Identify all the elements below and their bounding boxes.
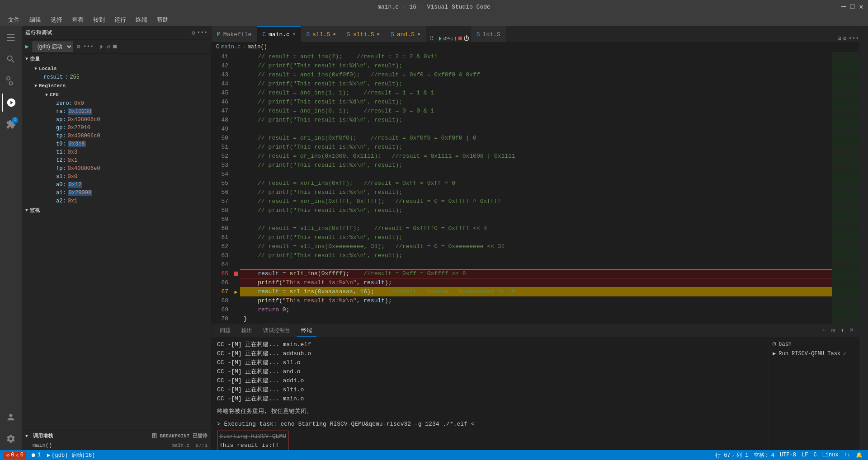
minimize-button[interactable]: —: [841, 3, 846, 11]
debug-tab-stepinto[interactable]: ↓: [450, 35, 454, 42]
breadcrumb-file[interactable]: C: [216, 44, 219, 50]
terminal-task-panel: ⊡ bash ▶ Run RISCV-QEMU Task ✓: [769, 338, 859, 450]
tab-ldi-s[interactable]: S ldi.S: [471, 26, 506, 42]
line-66: printf("This result is:%x\n", result);: [240, 278, 832, 287]
close-button[interactable]: ✕: [859, 2, 863, 11]
var-result: result : 255: [27, 73, 211, 81]
debug-restart-btn[interactable]: ↺: [107, 43, 110, 50]
line-56: // printf("This result is:%x\n", result)…: [240, 188, 832, 197]
tab-main-c[interactable]: C main.c ×: [257, 26, 301, 42]
breadcrumb-symbol[interactable]: main(): [248, 44, 267, 50]
tab-slti-s[interactable]: S slti.S ●: [341, 26, 385, 42]
status-encoding[interactable]: UTF-8: [778, 452, 798, 458]
variables-header[interactable]: ▼ 变量: [22, 54, 211, 64]
terminal-output[interactable]: CC -[M] 正在构建... main.elf CC -[M] 正在构建...…: [212, 338, 769, 450]
editor-more-icon[interactable]: •••: [849, 35, 859, 42]
debug-config-more[interactable]: •••: [83, 43, 94, 50]
terminal-close-btn[interactable]: ×: [848, 326, 855, 335]
debug-continue-btn[interactable]: ⏵: [99, 43, 105, 50]
debug-more-icon[interactable]: •••: [197, 29, 208, 36]
breadcrumb-file-icon: main.c: [221, 44, 241, 50]
watch-header[interactable]: ▼ 监视: [22, 205, 211, 216]
gutter: ▶: [232, 52, 240, 324]
terminal-toolbar: + ⊡ ⬆ ×: [820, 326, 855, 335]
cpu-header[interactable]: ▼ CPU: [33, 90, 211, 99]
breakpoint-dot-65: [234, 272, 238, 276]
activity-settings[interactable]: [2, 430, 20, 448]
status-bell[interactable]: 🔔: [854, 452, 864, 459]
maximize-button[interactable]: □: [850, 3, 855, 11]
tab-main-c-close[interactable]: ×: [292, 32, 296, 37]
registers-header[interactable]: ▼ Registers: [27, 81, 211, 90]
terminal-add-btn[interactable]: +: [820, 326, 827, 335]
code-container[interactable]: 41 42 43 44 45 46 47 48 49 50 51 52 53 5…: [212, 52, 832, 324]
debug-tab-stop[interactable]: ⏹: [458, 35, 463, 42]
call-stack-item-main[interactable]: main() main.c 67:1: [22, 441, 211, 450]
tab-and-s[interactable]: S and.S ●: [385, 26, 425, 42]
menu-help[interactable]: 帮助: [153, 15, 172, 25]
menu-select[interactable]: 选择: [47, 15, 66, 25]
terminal-split-btn[interactable]: ⊡: [830, 326, 837, 335]
debug-tab-stepover[interactable]: ↷: [447, 35, 450, 42]
activity-explorer[interactable]: [2, 28, 20, 47]
editor-gear-icon[interactable]: ⚙: [843, 35, 847, 42]
current-arrow-67: ▶: [232, 287, 240, 296]
status-spaces[interactable]: 空格: 4: [752, 451, 776, 459]
activity-extensions[interactable]: 1: [2, 115, 20, 133]
editor-split-icon[interactable]: ⊡: [838, 35, 841, 42]
activity-account[interactable]: [2, 408, 20, 426]
debug-tab-restart[interactable]: ↺: [443, 35, 447, 42]
debug-tab-stepout[interactable]: ↑: [454, 35, 458, 42]
debug-toolbar: ▶ (gdb) 启动 ⚙ ••• ⏵ ↺ ⏹: [22, 40, 211, 54]
terminal-tab-output[interactable]: 输出: [237, 325, 257, 336]
editor-terminal-split: 41 42 43 44 45 46 47 48 49 50 51 52 53 5…: [212, 52, 859, 450]
debug-gear-icon[interactable]: ⚙: [192, 29, 195, 37]
debug-tab-disconnect[interactable]: ⏻: [463, 35, 469, 42]
debug-tab-continue[interactable]: ⏵: [438, 35, 443, 42]
terminal-maximize-btn[interactable]: ⬆: [839, 326, 846, 335]
task-riscv-qemu[interactable]: ▶ Run RISCV-QEMU Task ✓: [773, 349, 855, 358]
tab-separator: ⠿: [429, 35, 434, 42]
terminal-tab-problems[interactable]: 问题: [215, 325, 235, 336]
menu-goto[interactable]: 转到: [90, 15, 108, 25]
status-error[interactable]: ⊘ 0 △ 0: [4, 452, 26, 459]
cpu-chevron: ▼: [45, 93, 48, 98]
activity-debug[interactable]: [2, 94, 20, 112]
terminal-tab-terminal[interactable]: 终端: [297, 325, 316, 337]
tab-sll-s-close[interactable]: ●: [333, 32, 336, 37]
status-line-ending[interactable]: LF: [800, 452, 810, 458]
tab-makefile[interactable]: M Makefile: [212, 26, 257, 42]
activity-git[interactable]: [2, 72, 20, 90]
status-language[interactable]: C: [811, 452, 818, 458]
debug-stop-btn[interactable]: ⏹: [112, 43, 118, 50]
tab-sll-s[interactable]: S sll.S ●: [301, 26, 341, 42]
menu-run[interactable]: 运行: [111, 15, 130, 25]
status-debug-config[interactable]: ▶ (gdb) 启动(16): [45, 451, 97, 459]
line-info: 行 67: [715, 451, 731, 459]
status-breakpoints[interactable]: ⏺ 1: [29, 452, 42, 459]
minimap: [832, 52, 859, 324]
status-line-col[interactable]: 行 67 , 列 1: [713, 451, 750, 459]
os-info: Linux: [822, 452, 839, 458]
status-os[interactable]: Linux: [821, 452, 840, 458]
status-sync[interactable]: ↑↓: [842, 452, 852, 458]
tab-bar: M Makefile C main.c × S sll.S ● S slti.S…: [212, 26, 859, 42]
call-stack-header[interactable]: ▼ 调用堆栈 图 BREAKPOINT 已暂停: [22, 431, 211, 441]
debug-config-gear[interactable]: ⚙: [77, 43, 80, 50]
reg-t1: t1: 0x3: [33, 148, 211, 156]
var-result-value: 255: [70, 74, 80, 80]
locals-header[interactable]: ▼ Locals: [27, 64, 211, 73]
menu-edit[interactable]: 编辑: [26, 15, 45, 25]
tab-and-s-close[interactable]: ●: [417, 32, 420, 37]
terminal-tab-debug-console[interactable]: 调试控制台: [259, 325, 295, 336]
menu-terminal[interactable]: 终端: [132, 15, 151, 25]
activity-search[interactable]: [2, 50, 20, 68]
task-bash-label: bash: [778, 341, 792, 347]
debug-config-select[interactable]: (gdb) 启动: [33, 42, 73, 52]
reg-a0: a0: 0x12: [33, 181, 211, 189]
menu-view[interactable]: 查看: [68, 15, 87, 25]
main-layout: 1 运行和调试 ⚙ ••• ▶ (gdb) 启动 ⚙ ••• ⏵: [0, 26, 868, 450]
tab-slti-s-close[interactable]: ●: [377, 32, 380, 37]
task-bash[interactable]: ⊡ bash: [773, 339, 855, 349]
menu-file[interactable]: 文件: [5, 15, 24, 25]
